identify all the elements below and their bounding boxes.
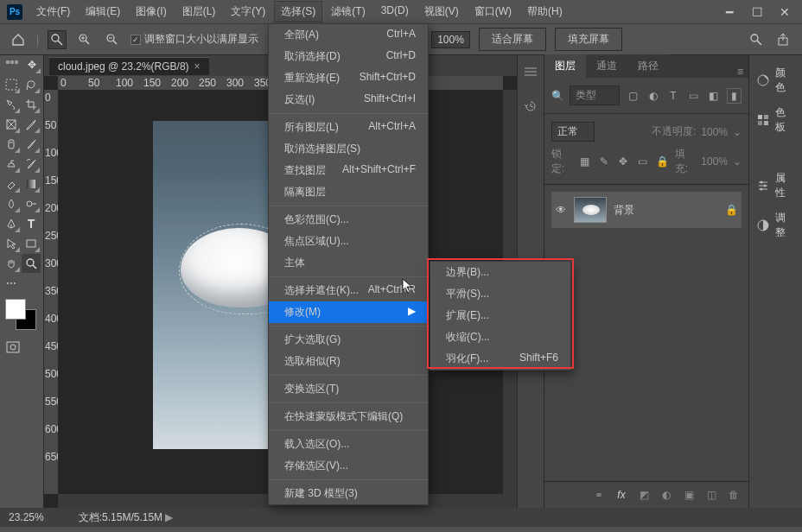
menu-item[interactable]: 隔离图层 xyxy=(269,181,428,203)
submenu-item[interactable]: 扩展(E)... xyxy=(430,305,570,326)
pen-tool-icon[interactable] xyxy=(2,214,21,233)
filter-type-icon[interactable]: T xyxy=(665,88,680,104)
frame-tool-icon[interactable] xyxy=(2,115,21,134)
quick-select-tool-icon[interactable] xyxy=(2,95,21,114)
menu-item[interactable]: 在快速蒙版模式下编辑(Q) xyxy=(269,406,428,428)
status-flyout-icon[interactable]: ▶ xyxy=(165,511,173,523)
type-tool-icon[interactable]: T xyxy=(22,214,41,233)
status-doc-info[interactable]: 文档:5.15M/5.15M xyxy=(79,511,162,523)
layer-row[interactable]: 👁 背景 🔒 xyxy=(551,192,742,228)
resize-window-checkbox[interactable]: ✓ 调整窗口大小以满屏显示 xyxy=(130,32,258,47)
menu-help[interactable]: 帮助(H) xyxy=(520,1,570,22)
layer-name[interactable]: 背景 xyxy=(614,203,634,218)
menu-item[interactable]: 所有图层(L)Alt+Ctrl+A xyxy=(269,117,428,138)
panel-handle-icon[interactable] xyxy=(3,60,22,66)
lock-artboard-icon[interactable]: ▭ xyxy=(635,154,649,169)
tab-paths[interactable]: 路径 xyxy=(627,54,669,78)
menu-item[interactable]: 主体 xyxy=(269,252,428,274)
adjustment-layer-icon[interactable]: ◐ xyxy=(659,487,674,503)
opacity-value[interactable]: 100% xyxy=(701,126,728,138)
healing-tool-icon[interactable] xyxy=(2,135,21,154)
filter-shape-icon[interactable]: ▭ xyxy=(686,88,701,104)
menu-item[interactable]: 反选(I)Shift+Ctrl+I xyxy=(269,89,428,111)
submenu-item[interactable]: 羽化(F)...Shift+F6 xyxy=(430,348,570,370)
rectangle-tool-icon[interactable] xyxy=(22,234,41,253)
menu-item[interactable]: 焦点区域(U)... xyxy=(269,231,428,252)
layer-fx-icon[interactable]: fx xyxy=(614,487,629,503)
dodge-tool-icon[interactable] xyxy=(22,194,41,213)
panel-options-icon[interactable] xyxy=(521,62,540,81)
fill-screen-button[interactable]: 填充屏幕 xyxy=(555,28,622,51)
search-icon[interactable] xyxy=(747,30,766,49)
clone-stamp-tool-icon[interactable] xyxy=(2,155,21,174)
filter-image-icon[interactable]: ▢ xyxy=(625,88,640,104)
menu-3d[interactable]: 3D(D) xyxy=(374,1,416,22)
status-zoom[interactable]: 23.25% xyxy=(9,511,44,523)
menu-item[interactable]: 扩大选取(G) xyxy=(269,329,428,351)
zoom-out-icon[interactable] xyxy=(103,30,122,49)
menu-item[interactable]: 取消选择图层(S) xyxy=(269,138,428,160)
menu-item[interactable]: 变换选区(T) xyxy=(269,378,428,400)
minimize-icon[interactable]: ━ xyxy=(719,5,740,19)
menu-layer[interactable]: 图层(L) xyxy=(175,1,223,22)
brush-tool-icon[interactable] xyxy=(22,135,41,154)
move-tool-icon[interactable]: ✥ xyxy=(22,55,41,74)
layer-filter-dropdown[interactable]: 类型 xyxy=(570,86,620,105)
close-icon[interactable]: ✕ xyxy=(774,5,795,19)
zoom-tool-icon[interactable] xyxy=(48,30,67,49)
layer-mask-icon[interactable]: ◩ xyxy=(636,487,652,503)
menu-item[interactable]: 全部(A)Ctrl+A xyxy=(269,24,428,46)
visibility-icon[interactable]: 👁 xyxy=(555,204,567,216)
menu-item[interactable]: 取消选择(D)Ctrl+D xyxy=(269,46,428,67)
menu-view[interactable]: 视图(V) xyxy=(417,1,466,22)
foreground-swatch[interactable] xyxy=(5,299,26,320)
submenu-item[interactable]: 收缩(C)... xyxy=(430,326,570,348)
menu-edit[interactable]: 编辑(E) xyxy=(79,1,127,22)
color-swatches[interactable] xyxy=(2,299,40,333)
layer-thumbnail[interactable] xyxy=(574,197,607,223)
eyedropper-tool-icon[interactable] xyxy=(22,115,41,134)
menu-window[interactable]: 窗口(W) xyxy=(468,1,519,22)
zoom-in-icon[interactable] xyxy=(75,30,94,49)
document-tab[interactable]: cloud.jpeg @ 23.2%(RGB/8) × xyxy=(49,57,209,75)
filter-adjust-icon[interactable]: ◐ xyxy=(646,88,660,104)
eraser-tool-icon[interactable] xyxy=(2,174,21,193)
menu-item[interactable]: 查找图层Alt+Shift+Ctrl+F xyxy=(269,160,428,181)
menu-item[interactable]: 选取相似(R) xyxy=(269,351,428,372)
zoom-percent-field[interactable]: 100% xyxy=(431,31,470,48)
marquee-tool-icon[interactable] xyxy=(2,75,21,94)
menu-item[interactable]: 存储选区(V)... xyxy=(269,455,428,477)
zoom-tool-icon-selected[interactable] xyxy=(22,254,41,273)
history-panel-icon[interactable] xyxy=(521,97,540,116)
fit-screen-button[interactable]: 适合屏幕 xyxy=(479,28,546,51)
lock-icon[interactable]: 🔒 xyxy=(725,204,738,216)
edit-toolbar-icon[interactable]: ⋯ xyxy=(2,274,21,293)
menu-item[interactable]: 新建 3D 模型(3) xyxy=(269,483,428,504)
filter-toggle-icon[interactable]: ▮ xyxy=(727,88,742,104)
menu-item[interactable]: 修改(M)▶ xyxy=(269,301,428,323)
maximize-icon[interactable]: ☐ xyxy=(747,5,767,19)
lock-position-icon[interactable]: ✥ xyxy=(616,154,630,169)
group-icon[interactable]: ▣ xyxy=(681,487,697,503)
lock-all-icon[interactable]: 🔒 xyxy=(655,154,670,169)
ruler-vertical[interactable]: 0 50 100 150 200 250 300 350 400 450 500… xyxy=(44,90,58,494)
lasso-tool-icon[interactable] xyxy=(22,75,41,94)
home-icon[interactable] xyxy=(9,30,28,49)
panel-menu-icon[interactable]: ≡ xyxy=(732,66,748,78)
history-brush-tool-icon[interactable] xyxy=(22,155,41,174)
link-layers-icon[interactable]: ⚭ xyxy=(591,487,607,503)
side-properties-panel[interactable]: 属性 xyxy=(749,166,802,206)
lock-pixels-icon[interactable]: ▦ xyxy=(577,154,591,169)
tab-layers[interactable]: 图层 xyxy=(544,54,586,78)
path-select-tool-icon[interactable] xyxy=(2,234,21,253)
blend-mode-dropdown[interactable]: 正常 xyxy=(551,122,595,142)
lock-paint-icon[interactable]: ✎ xyxy=(597,154,611,169)
fill-value[interactable]: 100% xyxy=(701,155,728,168)
side-adjustments-panel[interactable]: 调整 xyxy=(749,206,802,245)
gradient-tool-icon[interactable] xyxy=(22,174,41,193)
submenu-item[interactable]: 边界(B)... xyxy=(430,262,570,283)
filter-smart-icon[interactable]: ◧ xyxy=(706,88,721,104)
menu-type[interactable]: 文字(Y) xyxy=(224,1,272,22)
hand-tool-icon[interactable] xyxy=(2,254,21,273)
menu-item[interactable]: 色彩范围(C)... xyxy=(269,209,428,231)
